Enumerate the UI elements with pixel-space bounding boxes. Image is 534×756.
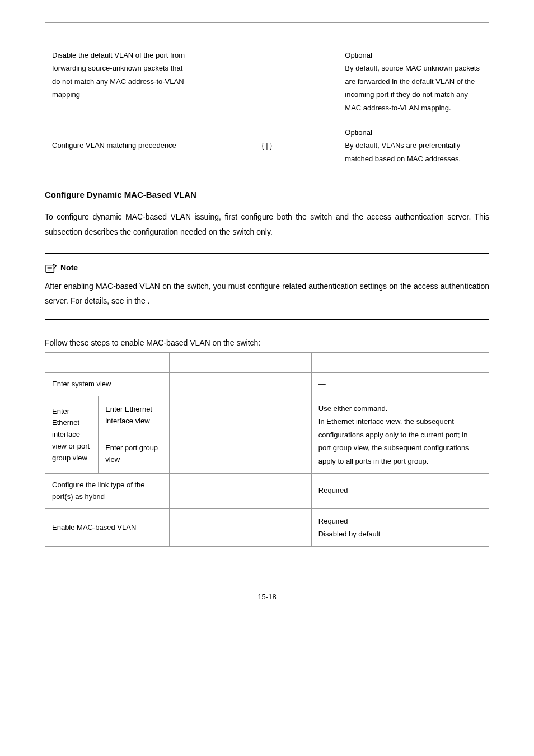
cell-cmd	[170, 396, 312, 435]
header-cell	[311, 353, 489, 373]
cell-cmd	[170, 508, 312, 547]
cell-cmd	[170, 373, 312, 396]
note-block: Note After enabling MAC-based VLAN on th…	[45, 253, 489, 320]
cell-remarks: Required	[311, 474, 489, 509]
section-title: Configure Dynamic MAC-Based VLAN	[45, 188, 489, 202]
table-row: Configure VLAN matching precedence { | }…	[45, 120, 489, 171]
table-row: Disable the default VLAN of the port fro…	[45, 43, 489, 120]
note-text-part: in the	[127, 296, 148, 305]
cell-cmd	[196, 43, 338, 120]
cell-group: Enter Ethernet interface view or port gr…	[45, 396, 99, 474]
table-row: Configure the link type of the port(s) a…	[45, 474, 489, 509]
note-icon	[45, 263, 57, 273]
table-row: Enable MAC-based VLAN RequiredDisabled b…	[45, 508, 489, 547]
cell-remarks: RequiredDisabled by default	[311, 508, 489, 547]
cell-sub: Enter Ethernet interface view	[99, 396, 170, 435]
intro-text: To configure dynamic MAC-based VLAN issu…	[45, 209, 489, 239]
cell-cmd	[170, 435, 312, 474]
table-row: Enter Ethernet interface view or port gr…	[45, 396, 489, 435]
cell-todo: Disable the default VLAN of the port fro…	[45, 43, 196, 120]
table-row: Enter system view —	[45, 373, 489, 396]
cell-cmd	[170, 474, 312, 509]
cell-todo: Configure the link type of the port(s) a…	[45, 474, 170, 509]
table-header-row	[45, 353, 489, 373]
note-text-part: After enabling MAC-based VLAN on the swi…	[45, 282, 489, 306]
note-text-part: .	[148, 296, 150, 305]
header-cell	[196, 23, 338, 43]
cell-remarks: Use either command.In Ethernet interface…	[311, 396, 489, 474]
table-header-row	[45, 23, 489, 43]
header-cell	[338, 23, 489, 43]
follow-text: Follow these steps to enable MAC-based V…	[45, 337, 489, 349]
cell-remarks: —	[311, 373, 489, 396]
note-header: Note	[45, 262, 489, 274]
cell-sub: Enter port group view	[99, 435, 170, 474]
page-number: 15-18	[45, 591, 489, 603]
header-cell	[45, 23, 196, 43]
config-table-1: Disable the default VLAN of the port fro…	[45, 22, 489, 171]
cell-todo: Configure VLAN matching precedence	[45, 120, 196, 171]
cell-remarks: OptionalBy default, source MAC unknown p…	[338, 43, 489, 120]
note-text: After enabling MAC-based VLAN on the swi…	[45, 279, 489, 309]
cell-todo: Enter system view	[45, 373, 170, 396]
note-label: Note	[60, 262, 78, 274]
cell-cmd: { | }	[196, 120, 338, 171]
cell-todo: Enable MAC-based VLAN	[45, 508, 170, 547]
header-cell	[45, 353, 170, 373]
config-table-2: Enter system view — Enter Ethernet inter…	[45, 352, 489, 547]
header-cell	[170, 353, 312, 373]
cell-remarks: OptionalBy default, VLANs are preferenti…	[338, 120, 489, 171]
